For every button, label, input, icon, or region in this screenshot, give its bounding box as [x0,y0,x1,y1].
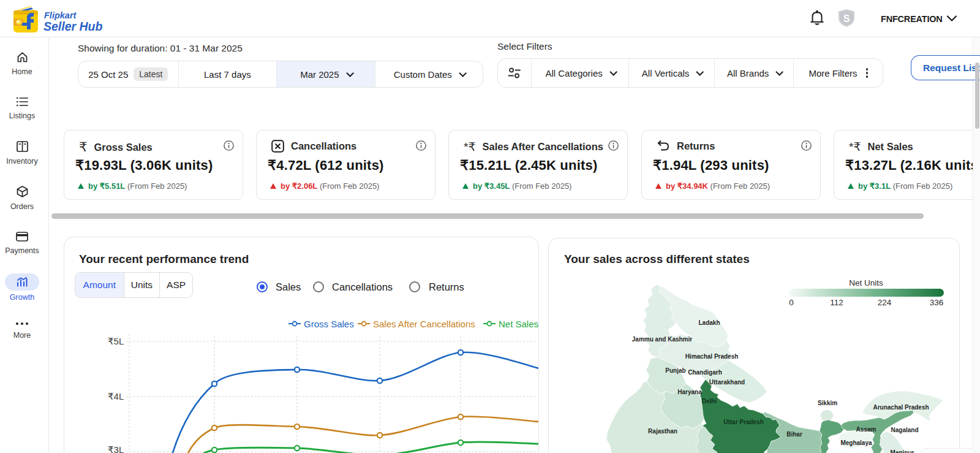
svg-text:Net Units: Net Units [849,278,883,287]
svg-text:Manipur: Manipur [891,449,914,453]
svg-text:Uttarakhand: Uttarakhand [709,379,745,386]
svg-text:Nagaland: Nagaland [891,427,918,433]
svg-text:Sales After Cancellations: Sales After Cancellations [373,319,475,329]
svg-text:₹5L: ₹5L [108,336,124,346]
svg-text:Assam: Assam [856,426,876,433]
svg-text:Net Sales: Net Sales [499,319,538,329]
svg-text:S: S [843,13,850,24]
svg-text:Uttar Pradesh: Uttar Pradesh [723,419,764,425]
svg-text:Punjab: Punjab [665,367,685,374]
svg-text:Jammu and Kashmir: Jammu and Kashmir [632,336,692,343]
svg-text:Chandigarh: Chandigarh [688,369,722,376]
svg-text:224: 224 [878,298,892,307]
svg-text:336: 336 [930,298,944,307]
svg-text:₹4L: ₹4L [108,391,124,402]
svg-text:112: 112 [830,298,843,307]
svg-text:Arunachal Pradesh: Arunachal Pradesh [873,404,929,411]
svg-text:Meghalaya: Meghalaya [840,440,872,446]
svg-text:Sikkim: Sikkim [818,400,837,406]
svg-text:Ladakh: Ladakh [698,319,720,326]
svg-text:Himachal Pradesh: Himachal Pradesh [685,353,739,360]
svg-text:Delhi: Delhi [702,398,717,405]
svg-text:Bihar: Bihar [786,431,802,438]
svg-text:₹3L: ₹3L [108,444,124,453]
svg-text:Gross Sales: Gross Sales [304,319,354,329]
svg-text:Rajasthan: Rajasthan [648,428,677,435]
svg-text:0: 0 [789,298,794,307]
svg-text:Haryana: Haryana [677,389,702,395]
